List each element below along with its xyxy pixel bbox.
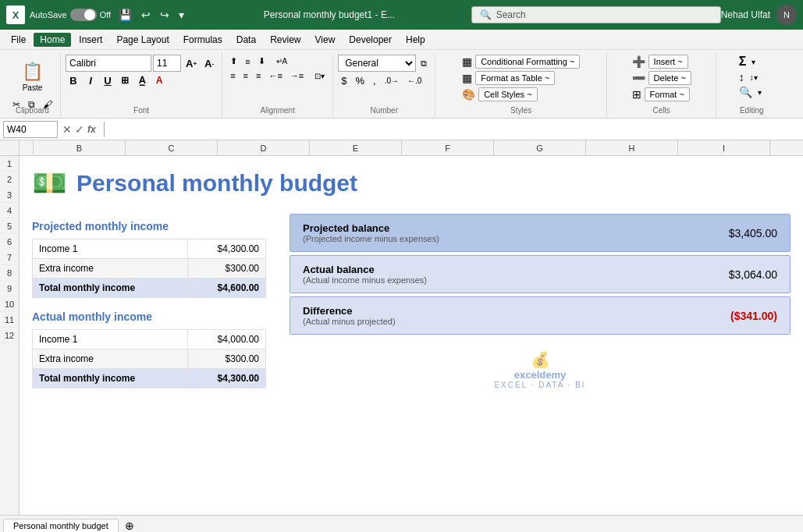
income1-amount: $4,300.00 [188,239,266,259]
search-box[interactable]: 🔍 Search [471,6,721,23]
col-header-e[interactable]: E [310,140,402,155]
menu-file[interactable]: File [5,33,32,47]
actual-balance-amount: $3,064.00 [729,268,777,281]
col-header-f[interactable]: F [402,140,494,155]
formula-bar: ✕ ✓ fx [0,119,803,140]
wrap-text-button[interactable]: ↵A [273,55,291,67]
percent-button[interactable]: % [352,73,368,88]
difference-row: Difference (Actual minus projected) ($34… [290,297,790,334]
projected-balance-title: Projected balance [303,222,389,234]
decrease-indent-button[interactable]: ←≡ [265,69,285,82]
menu-home[interactable]: Home [34,33,71,47]
format-button[interactable]: Format ~ [645,87,690,101]
redo-icon[interactable]: ↪ [157,7,172,23]
decrease-font-button[interactable]: A- [201,56,217,71]
format-as-table-button[interactable]: Format as Table ~ [475,71,555,85]
undo-icon[interactable]: ↩ [138,7,154,23]
col-header-d[interactable]: D [218,140,310,155]
find-select-button[interactable]: ▾ [755,87,765,98]
cancel-icon[interactable]: ✕ [62,123,72,136]
align-center-button[interactable]: ≡ [240,69,251,82]
ribbon-group-cells: ➕ Insert ~ ➖ Delete ~ ⊞ Format ~ Cells [607,53,716,118]
column-headers: B C D E F G H I [0,140,803,156]
decrease-decimal-button[interactable]: .0→ [382,75,402,87]
align-left-button[interactable]: ≡ [227,69,238,82]
save-icon[interactable]: 💾 [115,7,135,23]
number-format-select[interactable]: General [338,55,416,72]
menu-help[interactable]: Help [400,33,432,47]
sheet-tab-budget[interactable]: Personal monthly budget [3,519,119,532]
underline-button[interactable]: U [100,73,115,87]
paste-button[interactable]: 📋 Paste [18,59,47,94]
actual-extra-income-label: Extra income [33,349,188,369]
bold-button[interactable]: B [66,73,81,87]
align-top-button[interactable]: ⬆ [227,55,240,68]
add-sheet-button[interactable]: ⊕ [120,520,139,532]
menu-insert[interactable]: Insert [73,33,108,47]
budget-title: Personal monthly budget [76,170,357,197]
increase-font-button[interactable]: A+ [183,56,200,71]
income1-label: Income 1 [33,239,188,259]
menu-view[interactable]: View [309,33,342,47]
user-avatar[interactable]: N [776,5,797,25]
merge-center-button[interactable]: ⊡▾ [311,70,328,82]
col-header-g[interactable]: G [494,140,586,155]
insert-button[interactable]: Insert ~ [648,55,688,69]
format-as-table-icon: ▦ [462,72,472,84]
ribbon-group-editing: Σ ▾ ↕ ↕▾ 🔍 ▾ Editing [716,53,787,118]
col-header-i[interactable]: I [678,140,770,155]
conditional-formatting-button[interactable]: Conditional Formatting ~ [475,55,580,69]
increase-indent-button[interactable]: →≡ [287,69,307,82]
align-middle-button[interactable]: ≡ [242,55,253,68]
autosum-button[interactable]: ▾ [748,56,759,68]
actual-total-amount: $4,300.00 [188,369,266,388]
sort-filter-button[interactable]: ↕▾ [747,72,761,83]
align-bottom-button[interactable]: ⬇ [255,55,268,68]
border-button[interactable]: ⊞ [117,73,133,87]
confirm-icon[interactable]: ✓ [75,123,84,136]
autosave-area: AutoSave Off [30,9,111,21]
autosave-toggle[interactable] [70,9,97,21]
menu-data[interactable]: Data [230,33,262,47]
difference-sublabel: (Actual minus projected) [303,317,730,326]
projected-balance-card: Projected balance (Projected income minu… [290,214,791,252]
font-name-input[interactable] [66,55,151,72]
two-col-layout: Projected monthly income Income 1 $4,300… [32,214,791,389]
font-size-input[interactable] [153,55,181,72]
fill-color-button[interactable]: A̲ [134,73,150,87]
col-header-c[interactable]: C [126,140,218,155]
row-11: 11 [0,312,19,328]
italic-button[interactable]: I [83,73,98,87]
excel-app: X AutoSave Off 💾 ↩ ↪ ▾ Personal monthly … [0,0,803,532]
budget-content: 💵 Personal monthly budget Projected mont… [20,156,803,515]
projected-income-header: Projected monthly income [32,220,266,232]
watermark-text-1: exceldemy [290,369,791,381]
menu-developer[interactable]: Developer [343,33,398,47]
col-header-b[interactable]: B [34,140,126,155]
sheet-container: 1 2 3 4 5 6 7 8 9 10 11 12 💵 Personal mo… [0,156,803,515]
row-2: 2 [0,172,19,187]
increase-decimal-button[interactable]: ←.0 [404,75,425,87]
conditional-formatting-icon: ▦ [462,55,472,68]
font-color-button[interactable]: A [151,73,167,87]
currency-button[interactable]: $ [338,73,350,88]
excel-logo: X [6,5,25,24]
col-header-a[interactable] [20,140,34,155]
cell-styles-button[interactable]: Cell Styles ~ [478,87,537,101]
menu-formulas[interactable]: Formulas [177,33,229,47]
menu-page-layout[interactable]: Page Layout [110,33,175,47]
formula-input[interactable] [108,124,800,135]
cell-reference-input[interactable] [3,121,58,138]
delete-button[interactable]: Delete ~ [648,71,691,85]
grid-area[interactable]: 💵 Personal monthly budget Projected mont… [20,156,803,515]
actual-total-row: Total monthly income $4,300.00 [33,369,266,388]
menu-review[interactable]: Review [264,33,307,47]
row-10: 10 [0,296,19,312]
comma-button[interactable]: , [370,73,379,88]
col-header-h[interactable]: H [586,140,678,155]
customize-icon[interactable]: ▾ [176,7,187,23]
budget-icon: 💵 [32,167,67,200]
align-right-button[interactable]: ≡ [253,69,264,82]
number-expand-button[interactable]: ⧉ [417,57,430,70]
insert-function-icon[interactable]: fx [87,124,96,135]
